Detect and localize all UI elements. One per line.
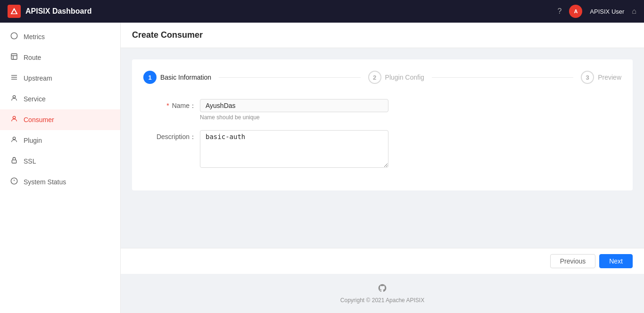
svg-point-11	[13, 137, 15, 140]
steps-card: 1 Basic Information 2 Plugin Config	[132, 59, 633, 190]
step-2: 2 Plugin Config	[368, 71, 424, 84]
page-footer: Copyright © 2021 Apache APISIX	[121, 274, 644, 313]
header-right: ? A APISIX User ⌂	[557, 5, 636, 18]
step-3-label: Preview	[598, 74, 621, 81]
name-label: * Name：	[143, 99, 200, 110]
steps-bar: 1 Basic Information 2 Plugin Config	[143, 71, 621, 84]
service-icon	[9, 94, 19, 104]
name-field: Name should be unique	[200, 99, 388, 121]
route-icon	[9, 53, 19, 62]
user-avatar: A	[569, 5, 582, 18]
step-1-label: Basic Information	[160, 74, 211, 81]
content-area: 1 Basic Information 2 Plugin Config	[121, 48, 644, 248]
consumer-icon	[9, 115, 19, 124]
page-header: Create Consumer	[121, 23, 644, 48]
page-title: Create Consumer	[132, 30, 633, 40]
sidebar-item-label: Route	[24, 54, 41, 61]
name-input[interactable]	[200, 99, 388, 112]
metrics-icon	[9, 32, 19, 41]
required-star: *	[166, 102, 169, 109]
name-row: * Name： Name should be unique	[143, 99, 621, 121]
step-2-label: Plugin Config	[385, 74, 424, 81]
svg-point-9	[13, 96, 15, 98]
sidebar-item-ssl[interactable]: SSL	[0, 151, 120, 172]
step-line-2	[432, 77, 573, 78]
svg-point-10	[13, 116, 15, 119]
header-left: APISIX Dashboard	[8, 5, 91, 18]
previous-button[interactable]: Previous	[550, 254, 595, 268]
translate-icon[interactable]: ⌂	[632, 7, 636, 16]
system-status-icon	[9, 177, 19, 187]
sidebar-item-metrics[interactable]: Metrics	[0, 26, 120, 47]
description-field: basic-auth	[200, 130, 388, 170]
step-3: 3 Preview	[581, 71, 621, 84]
ssl-icon	[9, 156, 19, 166]
sidebar-item-route[interactable]: Route	[0, 47, 120, 68]
sidebar-item-service[interactable]: Service	[0, 89, 120, 109]
sidebar-item-upstream[interactable]: Upstream	[0, 68, 120, 89]
main-layout: Metrics Route Upstream Service Consumer	[0, 23, 644, 313]
logo-icon	[8, 5, 21, 18]
sidebar-item-label: System Status	[24, 178, 66, 186]
svg-rect-3	[11, 54, 17, 59]
upstream-icon	[9, 74, 19, 83]
help-icon[interactable]: ?	[557, 7, 561, 16]
sidebar-item-label: Plugin	[24, 137, 42, 144]
sidebar-item-label: SSL	[24, 157, 36, 165]
description-row: Description： basic-auth	[143, 130, 621, 170]
step-3-circle: 3	[581, 71, 594, 84]
github-icon	[130, 283, 635, 295]
footer-action-bar: Previous Next	[121, 248, 644, 274]
description-label: Description：	[143, 130, 200, 141]
app-header: APISIX Dashboard ? A APISIX User ⌂	[0, 0, 644, 23]
sidebar: Metrics Route Upstream Service Consumer	[0, 23, 121, 313]
sidebar-item-label: Upstream	[24, 74, 52, 82]
sidebar-item-plugin[interactable]: Plugin	[0, 130, 120, 151]
plugin-icon	[9, 136, 19, 145]
sidebar-item-label: Metrics	[24, 33, 45, 41]
step-2-circle: 2	[368, 71, 381, 84]
copyright-text: Copyright © 2021 Apache APISIX	[130, 297, 635, 304]
svg-point-2	[11, 33, 17, 39]
step-1: 1 Basic Information	[143, 71, 211, 84]
next-button[interactable]: Next	[599, 254, 633, 268]
step-1-circle: 1	[143, 71, 157, 84]
name-hint: Name should be unique	[200, 114, 388, 121]
app-title: APISIX Dashboard	[25, 7, 91, 16]
sidebar-item-consumer[interactable]: Consumer	[0, 109, 120, 130]
sidebar-item-system-status[interactable]: System Status	[0, 172, 120, 192]
main-content: Create Consumer 1 Basic Information 2	[121, 23, 644, 313]
description-input[interactable]: basic-auth	[200, 130, 388, 168]
step-line-1	[219, 77, 360, 78]
sidebar-item-label: Consumer	[24, 116, 54, 124]
svg-rect-12	[12, 160, 16, 163]
user-name-label: APISIX User	[590, 8, 624, 15]
sidebar-item-label: Service	[24, 95, 46, 103]
